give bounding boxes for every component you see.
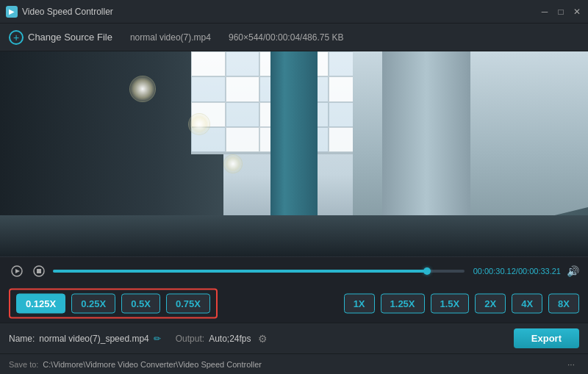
player-controls: 00:00:30.12/00:00:33.21 🔊: [0, 256, 588, 284]
progress-bar[interactable]: [53, 270, 465, 273]
add-circle-icon: +: [9, 30, 24, 45]
skylight-cell: [226, 127, 260, 152]
edit-name-icon[interactable]: ✏: [154, 334, 161, 344]
floor: [0, 215, 588, 256]
maximize-button[interactable]: □: [556, 7, 566, 17]
app-icon: ▶: [6, 6, 18, 18]
hanging-light-3: [223, 154, 243, 173]
speed-btn-15x[interactable]: 1.5X: [431, 294, 470, 314]
speed-selection-highlight: 0.125X 0.25X 0.5X 0.75X: [9, 289, 218, 319]
time-display: 00:00:30.12/00:00:33.21: [473, 267, 561, 276]
svg-marker-1: [15, 269, 20, 273]
stop-button[interactable]: [31, 263, 47, 279]
skylight-cell: [191, 76, 226, 101]
output-value: Auto;24fps: [209, 334, 251, 344]
saveto-label: Save to:: [9, 360, 38, 369]
minimize-button[interactable]: ─: [539, 7, 550, 17]
export-button[interactable]: Export: [514, 328, 579, 348]
speed-btn-4x[interactable]: 4X: [512, 294, 542, 314]
speed-buttons-rest: 1X 1.25X 1.5X 2X 4X 8X: [344, 294, 579, 314]
skylight-cell: [226, 76, 260, 101]
file-name: normal video(7).mp4: [130, 32, 211, 43]
progress-fill: [53, 270, 427, 273]
speed-btn-0125x[interactable]: 0.125X: [16, 294, 65, 314]
svg-rect-3: [37, 269, 41, 273]
saveto-path: C:\Vidmore\Vidmore Video Converter\Video…: [43, 360, 559, 369]
play-button[interactable]: [9, 263, 25, 279]
change-source-button[interactable]: + Change Source File: [9, 30, 112, 45]
hanging-light-2: [188, 113, 210, 135]
speed-buttons-container: 0.125X 0.25X 0.5X 0.75X 1X 1.25X 1.5X 2X…: [0, 284, 588, 323]
hanging-light-1: [129, 76, 156, 102]
skylight-cell: [226, 102, 260, 127]
main-content: 00:00:30.12/00:00:33.21 🔊 0.125X 0.25X 0…: [0, 51, 588, 374]
progress-thumb: [423, 267, 431, 275]
skylight-cell: [191, 51, 226, 76]
folder-browse-button[interactable]: ···: [563, 356, 579, 373]
speed-btn-05x[interactable]: 0.5X: [121, 294, 160, 314]
speed-btn-8x[interactable]: 8X: [548, 294, 579, 314]
window-controls: ─ □ ✕: [539, 7, 582, 17]
app-title: Video Speed Controller: [22, 7, 539, 17]
speed-btn-125x[interactable]: 1.25X: [381, 294, 425, 314]
output-label: Output:: [176, 334, 204, 344]
change-source-label: Change Source File: [28, 32, 112, 43]
total-time: 00:00:33.21: [518, 267, 561, 276]
output-file-name: normal video(7)_speed.mp4: [39, 334, 148, 344]
file-meta: 960×544/00:00:04/486.75 KB: [229, 32, 343, 43]
bottom-bar: Name: normal video(7)_speed.mp4 ✏ Output…: [0, 323, 588, 353]
skylight-cell: [226, 51, 260, 76]
settings-icon[interactable]: ⚙: [256, 331, 270, 346]
saveto-bar: Save to: C:\Vidmore\Vidmore Video Conver…: [0, 353, 588, 374]
close-button[interactable]: ✕: [572, 7, 582, 17]
titlebar: ▶ Video Speed Controller ─ □ ✕: [0, 0, 588, 24]
video-preview-area[interactable]: [0, 51, 588, 256]
speed-btn-025x[interactable]: 0.25X: [71, 294, 115, 314]
speed-btn-1x[interactable]: 1X: [344, 294, 375, 314]
output-name-section: Name: normal video(7)_speed.mp4 ✏: [9, 334, 161, 344]
volume-button[interactable]: 🔊: [567, 265, 579, 277]
speed-btn-2x[interactable]: 2X: [475, 294, 506, 314]
speed-btn-075x[interactable]: 0.75X: [166, 294, 210, 314]
current-time: 00:00:30.12: [473, 267, 516, 276]
toolbar: + Change Source File normal video(7).mp4…: [0, 24, 588, 51]
name-label: Name:: [9, 334, 35, 344]
output-section: Output: Auto;24fps ⚙: [176, 331, 270, 346]
video-preview: [0, 51, 588, 256]
scene: [0, 51, 588, 256]
